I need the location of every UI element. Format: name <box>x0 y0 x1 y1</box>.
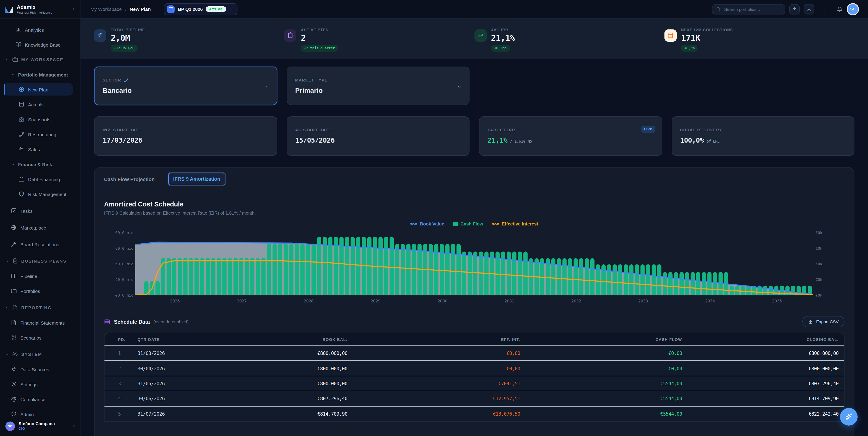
curve-recovery-card: CURVE RECOVERY 100,0%of ERC <box>672 116 855 156</box>
sector-value: Bancario <box>103 86 269 94</box>
legend-label: Book Value <box>420 222 444 226</box>
upload-button[interactable] <box>789 4 800 14</box>
inv-start-date-field[interactable]: INV. START DATE 17/03/2026 <box>94 116 277 156</box>
sidebar-item-financial-statements[interactable]: Financial Statements <box>0 315 78 330</box>
sidebar-item-label: Risk Management <box>28 191 66 197</box>
table-row[interactable]: 131/03/2026€800.000,00€0,00€0,00€800.000… <box>104 345 844 360</box>
sidebar-item-actuals[interactable]: Actuals <box>0 97 78 112</box>
legend-effective-interest[interactable]: Effective Interest <box>492 222 538 226</box>
sidebar-item-knowledge-base[interactable]: Knowledge Base <box>0 37 78 52</box>
cell-cash-flow: €0,00 <box>520 350 682 356</box>
sidebar-item-portfolios[interactable]: Portfolios <box>0 284 78 298</box>
edit-pencil-icon[interactable] <box>124 78 129 82</box>
plan-selector[interactable]: BP Q1 2026 ACTIVE <box>164 3 238 15</box>
search-box[interactable] <box>712 4 785 14</box>
cell-book-bal: €807.296,40 <box>228 396 347 401</box>
sidebar-item-risk-management[interactable]: Risk Management <box>0 186 78 201</box>
camera-icon <box>19 116 24 122</box>
sidebar-item-board-resolutions[interactable]: Board Resolutions <box>0 237 78 252</box>
export-csv-label: Export CSV <box>816 319 839 324</box>
sidebar-item-business-plans[interactable]: BUSINESS PLANS <box>0 254 78 268</box>
sidebar-item-data-sources[interactable]: Data Sources <box>0 362 78 377</box>
sidebar-item-label: SYSTEM <box>21 352 42 357</box>
kpi-avg-irr: AVG IRR 21,1% +0,3pp <box>474 26 664 51</box>
download-icon <box>808 319 813 324</box>
sparkles-icon <box>844 412 853 421</box>
sidebar-item-new-plan[interactable]: New Plan <box>0 82 78 97</box>
sidebar-item-compliance[interactable]: Compliance <box>0 391 78 407</box>
topbar-avatar[interactable]: SC <box>847 3 859 15</box>
table-row[interactable]: 230/04/2026€800.000,00€0,00€0,00€800.000… <box>104 360 844 376</box>
sidebar-item-scenarios[interactable]: Scenarios <box>0 330 78 345</box>
sidebar-item-label: Knowledge Base <box>25 42 61 47</box>
market-type-label: MARKET TYPE <box>295 78 328 82</box>
sector-select[interactable]: SECTOR Bancario <box>94 66 277 105</box>
schedule-data-note: (override-enabled) <box>154 319 189 324</box>
svg-text:€0k: €0k <box>815 293 822 297</box>
sidebar-item-marketplace[interactable]: Marketplace <box>0 220 78 235</box>
sidebar-item-label: Scenarios <box>20 335 41 340</box>
notifications-bell-icon[interactable] <box>837 6 843 12</box>
sidebar-item-label: Compliance <box>20 397 45 402</box>
sidebar-item-label: Board Resolutions <box>20 241 59 247</box>
download-button[interactable] <box>804 4 814 14</box>
sidebar-item-finance-risk[interactable]: Finance & Risk <box>0 157 78 172</box>
sidebar-item-label: BUSINESS PLANS <box>21 259 66 263</box>
sidebar-item-debt-financing[interactable]: Debt Financing <box>0 172 78 186</box>
sidebar-item-restructuring[interactable]: Restructuring <box>0 127 78 142</box>
git-branch-icon <box>19 131 24 137</box>
sidebar-item-settings[interactable]: Settings <box>0 377 78 391</box>
sidebar-item-snapshots[interactable]: Snapshots <box>0 112 78 127</box>
sidebar-item-pipeline[interactable]: Pipeline <box>0 268 78 284</box>
table-row[interactable]: 531/07/2026€814.709,90€13.076,50€5544,00… <box>104 406 844 421</box>
sidebar-item-portfolio-management[interactable]: Portfolio Management <box>0 67 78 82</box>
curve-recovery-suffix: of ERC <box>707 139 720 144</box>
breadcrumb-parent[interactable]: My Workspace <box>90 6 122 12</box>
breadcrumb-current: New Plan <box>130 6 151 12</box>
plan-status-badge: ACTIVE <box>206 6 226 12</box>
tab-ifrs9-amortization[interactable]: IFRS 9 Amortization <box>168 173 225 185</box>
sidebar-collapse-button[interactable] <box>71 7 75 11</box>
plug-icon <box>11 366 17 372</box>
brand-tagline: Financial Risk Intelligence <box>17 11 52 14</box>
sidebar-item-sales[interactable]: Sales <box>0 142 78 157</box>
sidebar-item-my-workspace[interactable]: MY WORKSPACE <box>0 52 78 67</box>
brand-name: Adamix <box>17 4 52 10</box>
book-open-icon <box>16 42 21 48</box>
export-csv-button[interactable]: Export CSV <box>803 316 844 327</box>
sidebar-item-system[interactable]: SYSTEM <box>0 347 78 362</box>
chevron-down-icon <box>229 7 233 11</box>
legend-cash-flow[interactable]: Cash Flow <box>453 222 483 226</box>
kpi-value: 21,1% <box>491 33 515 42</box>
sidebar-item-admin[interactable]: Admin <box>0 407 78 416</box>
sidebar-user-menu[interactable]: SC Stefano Campana CIO <box>0 416 80 436</box>
sidebar-item-label: Tasks <box>20 208 33 213</box>
svg-text:€0,0 mio: €0,0 mio <box>115 293 133 297</box>
breadcrumb-separator: › <box>125 6 127 11</box>
sidebar-item-analytics[interactable]: Analytics <box>0 22 78 37</box>
sidebar-item-reporting[interactable]: REPORTING <box>0 300 78 315</box>
kpi-label: TOTAL PIPELINE <box>111 28 145 32</box>
svg-text:2030: 2030 <box>438 298 447 303</box>
table-row[interactable]: 430/06/2026€807.296,40€12.957,51€5544,00… <box>104 391 844 406</box>
cell-eff-int: €13.076,50 <box>347 411 520 416</box>
search-input[interactable] <box>723 6 781 12</box>
target-irr-label: TARGET IRR <box>488 128 516 132</box>
ac-start-date-field[interactable]: AC START DATE 15/05/2026 <box>286 116 469 156</box>
chevron-down-icon <box>5 58 9 61</box>
sidebar-item-tasks[interactable]: Tasks <box>0 203 78 218</box>
market-type-select[interactable]: MARKET TYPE Primario <box>286 66 469 105</box>
kpi-value: 2,0M <box>111 33 145 42</box>
tab-cash-flow-projection[interactable]: Cash Flow Projection <box>104 176 155 182</box>
legend-book-value[interactable]: Book Value <box>410 222 444 226</box>
folder-icon <box>11 288 17 294</box>
avatar-initials: SC <box>850 7 856 11</box>
kpi-label: NEXT 12M COLLECTIONS <box>681 28 733 32</box>
ai-assistant-button[interactable] <box>840 408 858 426</box>
svg-text:€0k: €0k <box>815 231 822 235</box>
col-cash-flow: CASH FLOW <box>520 337 682 342</box>
cell-book-bal: €800.000,00 <box>228 381 347 386</box>
table-row[interactable]: 331/05/2026€800.000,00€7041,51€5544,00€8… <box>104 376 844 391</box>
svg-text:€0k: €0k <box>815 278 822 282</box>
sidebar-item-label: Analytics <box>25 27 44 32</box>
